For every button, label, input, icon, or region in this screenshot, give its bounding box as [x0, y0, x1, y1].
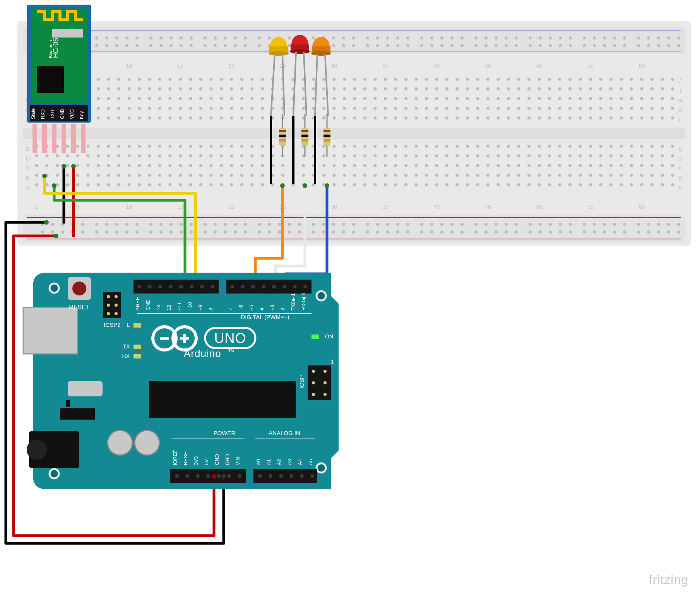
svg-point-529	[302, 87, 305, 90]
svg-point-716	[486, 174, 489, 177]
svg-point-102	[234, 223, 237, 226]
svg-point-798	[579, 78, 582, 81]
svg-rect-952	[279, 130, 286, 132]
svg-point-611	[384, 107, 387, 110]
svg-point-1076	[258, 474, 262, 478]
svg-point-681	[456, 107, 459, 110]
svg-point-641	[415, 107, 418, 110]
svg-point-246	[623, 223, 626, 226]
svg-point-695	[466, 164, 469, 167]
svg-point-1070	[185, 474, 189, 478]
svg-point-200	[505, 36, 508, 39]
svg-point-535	[302, 164, 305, 167]
svg-point-815	[589, 164, 592, 167]
svg-point-749	[527, 87, 531, 90]
svg-point-185	[460, 44, 464, 47]
svg-point-1055	[158, 285, 162, 288]
svg-point-968	[52, 183, 56, 188]
svg-point-856	[630, 174, 633, 177]
svg-point-744	[517, 154, 520, 157]
svg-point-315	[76, 164, 79, 167]
svg-point-818	[599, 78, 602, 81]
svg-text:B: B	[26, 174, 30, 181]
svg-point-574	[343, 154, 346, 157]
svg-point-135	[322, 230, 325, 234]
svg-point-634	[404, 154, 407, 157]
svg-point-623	[394, 145, 397, 148]
bt-pin-vcc: VCC	[69, 109, 75, 119]
svg-point-237	[603, 44, 606, 47]
svg-point-337	[97, 183, 100, 186]
svg-point-478	[251, 78, 254, 81]
svg-point-1080	[300, 474, 304, 478]
svg-point-90	[204, 223, 207, 226]
svg-point-570	[343, 97, 346, 100]
svg-point-313	[76, 145, 79, 148]
svg-point-445	[210, 164, 213, 167]
svg-text:3V3: 3V3	[193, 456, 199, 465]
power-label: POWER	[214, 430, 236, 436]
svg-point-453	[220, 145, 223, 148]
svg-point-402	[169, 116, 172, 119]
svg-point-392	[158, 116, 161, 119]
svg-point-784	[558, 154, 561, 157]
svg-point-384	[148, 154, 151, 157]
svg-point-796	[568, 174, 572, 177]
svg-point-410	[179, 97, 182, 100]
svg-point-607	[374, 183, 377, 186]
svg-point-482	[251, 116, 254, 119]
l-led-label: L	[127, 322, 130, 328]
svg-rect-1021	[133, 354, 141, 358]
svg-point-1072	[206, 474, 210, 478]
svg-point-600	[374, 97, 377, 100]
svg-point-755	[527, 164, 531, 167]
svg-point-186	[460, 223, 464, 226]
svg-point-1068	[303, 285, 307, 288]
svg-point-663	[435, 145, 438, 148]
svg-point-725	[497, 164, 500, 167]
svg-point-130	[312, 223, 315, 226]
svg-point-597	[363, 183, 366, 186]
svg-point-1056	[169, 285, 173, 288]
svg-point-476	[240, 174, 243, 177]
svg-point-740	[517, 97, 520, 100]
svg-point-655	[425, 164, 428, 167]
svg-point-891	[671, 107, 674, 110]
svg-point-303	[66, 145, 69, 148]
svg-point-583	[353, 145, 356, 148]
svg-text:35: 35	[382, 204, 389, 210]
svg-point-830	[609, 97, 613, 100]
svg-point-327	[87, 183, 90, 186]
svg-point-720	[497, 97, 500, 100]
svg-point-407	[169, 183, 172, 186]
svg-point-109	[258, 44, 261, 47]
svg-point-377	[138, 183, 141, 186]
svg-point-853	[630, 145, 633, 148]
svg-point-452	[220, 116, 223, 119]
svg-point-418	[189, 78, 192, 81]
svg-point-515	[281, 164, 284, 167]
svg-point-326	[87, 174, 90, 177]
svg-point-709	[486, 87, 489, 90]
svg-point-851	[630, 107, 633, 110]
svg-rect-994	[133, 280, 219, 294]
svg-point-756	[527, 174, 531, 177]
svg-point-692	[466, 116, 469, 119]
uno-label: UNO	[214, 330, 246, 346]
svg-point-639	[415, 87, 418, 90]
svg-point-697	[466, 183, 469, 186]
svg-text:RESET: RESET	[183, 449, 188, 465]
svg-point-373	[138, 145, 141, 148]
svg-point-104	[244, 36, 247, 39]
svg-point-239	[603, 230, 606, 234]
svg-text:30: 30	[331, 63, 337, 69]
svg-point-651	[425, 107, 428, 110]
svg-point-827	[599, 183, 602, 186]
svg-point-96	[224, 36, 227, 39]
svg-point-31	[41, 230, 44, 234]
svg-point-652	[425, 116, 428, 119]
svg-point-201	[505, 44, 508, 47]
svg-point-628	[404, 78, 407, 81]
svg-point-728	[507, 78, 510, 81]
svg-point-1081	[310, 474, 314, 478]
